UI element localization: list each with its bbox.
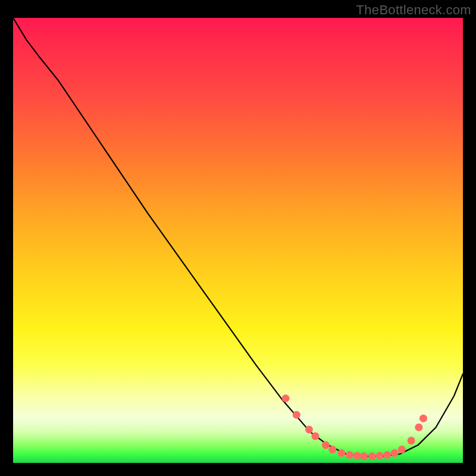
highlight-dot <box>368 452 376 460</box>
highlight-dot <box>312 433 320 440</box>
bottleneck-curve-path <box>13 18 463 456</box>
highlight-dot <box>376 452 384 460</box>
highlight-dot <box>305 425 313 433</box>
highlight-dot <box>282 394 290 402</box>
highlight-dot <box>415 424 422 431</box>
app-frame: TheBottleneck.com <box>0 0 476 476</box>
highlight-dot <box>293 411 300 419</box>
chart-plot-area <box>13 18 463 463</box>
highlight-dot <box>337 449 345 457</box>
watermark-text: TheBottleneck.com <box>356 2 471 18</box>
highlight-dot <box>353 452 361 460</box>
highlight-dot <box>408 437 415 444</box>
highlight-dots-group <box>282 394 427 460</box>
highlight-dot <box>328 446 336 453</box>
highlight-dot <box>322 441 330 449</box>
highlight-dot <box>391 449 399 457</box>
highlight-dot <box>419 415 427 422</box>
highlight-dot <box>346 451 353 459</box>
highlight-dot <box>398 446 406 453</box>
chart-svg <box>13 18 463 463</box>
highlight-dot <box>360 452 368 460</box>
highlight-dot <box>384 451 392 459</box>
